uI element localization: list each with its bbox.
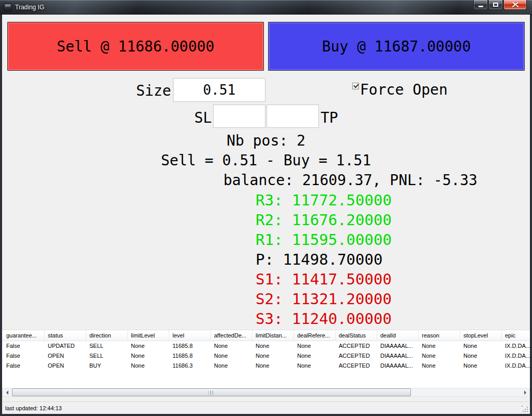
take-profit-label: TP [321,109,338,126]
table-cell: None [128,351,169,361]
scrollbar-thumb[interactable] [12,388,411,396]
column-header[interactable]: level [169,330,211,341]
table-cell: None [211,351,252,361]
table-cell: 11685.8 [169,341,211,351]
window-title: Trading IG [15,4,44,11]
pivot-level-line: S3: 11240.00000 [2,309,530,329]
close-button[interactable] [503,0,527,10]
size-label: Size [136,82,171,99]
column-header[interactable]: limitDistan... [252,330,294,341]
force-open-checkbox[interactable] [352,83,359,89]
arrow-left-icon [6,391,8,395]
table-cell: None [294,351,336,361]
table-row[interactable]: FalseUPDATEDSELLNone11685.8NoneNoneNoneA… [3,341,530,351]
table-cell: 11685.8 [169,351,211,361]
caption-buttons [473,0,527,10]
arrow-right-icon [524,391,526,395]
table-header-row: guarantee...statusdirectionlimitLevellev… [2,330,530,341]
table-cell: False [3,361,45,371]
balance-text: balance: 21609.37, PNL: -5.33 [2,171,530,190]
column-header[interactable]: dealRefere... [294,330,336,341]
column-header[interactable]: dealStatus [336,330,377,341]
minimize-button[interactable] [473,0,488,10]
positions-table: guarantee...statusdirectionlimitLevellev… [2,330,530,388]
pivot-level-line: R3: 11772.50000 [2,190,530,210]
size-input[interactable] [173,78,265,102]
pivot-levels: R3: 11772.50000R2: 11676.20000R1: 11595.… [2,190,530,329]
table-cell: None [460,361,502,371]
table-row[interactable]: FalseOPENSELLNone11685.8NoneNoneNoneACCE… [3,351,530,361]
stop-loss-input[interactable] [213,105,265,128]
app-window: Trading IG Sell @ 11686.00000 Buy @ 1168… [0,0,532,416]
table-cell: DIAAAAAL... [377,361,419,371]
client-area: Sell @ 11686.00000 Buy @ 11687.00000 Siz… [2,15,530,414]
table-cell: BUY [86,361,128,371]
trade-buttons-row: Sell @ 11686.00000 Buy @ 11687.00000 [7,22,525,71]
exposure-text: Sell = 0.51 - Buy = 1.51 [2,151,530,171]
table-cell: None [252,361,294,371]
table-cell: UPDATED [45,341,86,351]
column-header[interactable]: epic [502,330,530,341]
table-cell: False [3,351,45,361]
statusbar: last updated: 12:44:13 [2,401,530,414]
minimize-icon [478,6,483,7]
table-cell: None [128,341,169,351]
table-cell: None [252,351,294,361]
pivot-level-line: P: 11498.70000 [2,250,530,269]
table-cell: IX.D.DA... [502,341,530,351]
table-cell: OPEN [45,361,86,371]
scroll-right-button[interactable] [521,388,529,396]
force-open-label: Force Open [360,81,448,98]
table-cell: None [294,341,336,351]
buy-button[interactable]: Buy @ 11687.00000 [268,22,525,71]
table-cell: None [211,361,252,371]
table-cell: None [460,351,502,361]
close-icon [512,2,518,7]
pivot-level-line: R2: 11676.20000 [2,210,530,230]
table-cell: IX.D.DA... [502,351,530,361]
table-cell: None [460,341,502,351]
table-cell: ACCEPTED [336,351,377,361]
nb-positions-text: Nb pos: 2 [2,131,530,151]
table-cell: None [252,341,294,351]
maximize-icon [493,3,498,7]
resize-grip[interactable] [522,406,528,412]
table-cell: None [294,361,336,371]
table-row[interactable]: FalseOPENBUYNone11686.3NoneNoneNoneACCEP… [3,361,530,371]
table-cell: ACCEPTED [336,341,377,351]
pivot-level-line: S1: 11417.50000 [2,269,530,289]
scrollbar-grip-icon [209,391,215,395]
column-header[interactable]: reason [419,330,460,341]
column-header[interactable]: dealId [377,330,419,341]
table-cell: OPEN [45,351,86,361]
table-cell: SELL [86,341,128,351]
table-cell: None [419,351,460,361]
table-cell: SELL [86,351,128,361]
app-icon [4,3,12,11]
pivot-level-line: S2: 11321.20000 [2,289,530,309]
column-header[interactable]: direction [86,330,128,341]
table-cell: None [419,361,460,371]
column-header[interactable]: status [45,330,86,341]
table-cell: None [211,341,252,351]
table-cell: IX.D.DA... [502,361,530,371]
horizontal-scrollbar[interactable] [2,388,530,397]
table-cell: False [3,341,45,351]
column-header[interactable]: affectedDe... [211,330,252,341]
column-header[interactable]: guarantee... [3,330,45,341]
scroll-left-button[interactable] [3,388,11,396]
pivot-level-line: R1: 11595.00000 [2,230,530,250]
info-block: Nb pos: 2 Sell = 0.51 - Buy = 1.51 balan… [2,131,530,329]
last-updated-text: last updated: 12:44:13 [5,405,62,411]
column-header[interactable]: stopLevel [460,330,502,341]
column-header[interactable]: limitLevel [128,330,169,341]
maximize-button[interactable] [488,0,503,10]
table-cell: DIAAAAAL... [377,341,419,351]
table-body: FalseUPDATEDSELLNone11685.8NoneNoneNoneA… [2,341,530,371]
stop-loss-label: SL [194,109,212,126]
sell-button[interactable]: Sell @ 11686.00000 [7,22,264,71]
take-profit-input[interactable] [267,105,319,128]
table-cell: ACCEPTED [336,361,377,371]
titlebar[interactable]: Trading IG [0,0,532,15]
table-cell: None [419,341,460,351]
